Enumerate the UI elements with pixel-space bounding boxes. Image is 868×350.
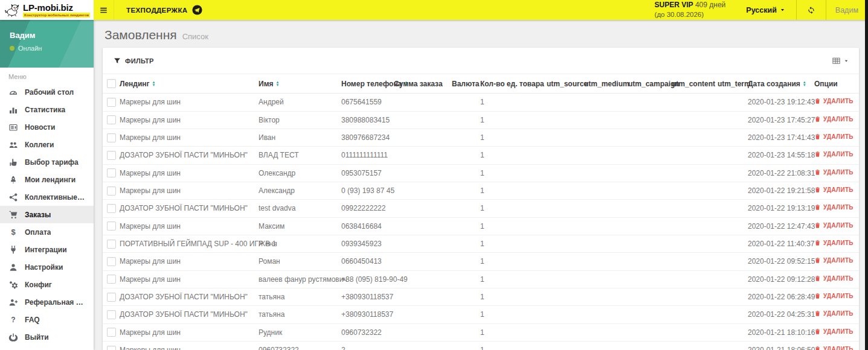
sidebar-item[interactable]: Реферальная программа (0, 293, 94, 311)
row-checkbox[interactable] (107, 98, 116, 107)
row-checkbox[interactable] (107, 293, 116, 302)
delete-button[interactable]: УДАЛИТЬ (814, 257, 854, 264)
delete-button[interactable]: УДАЛИТЬ (814, 98, 854, 104)
cell-utm-medium (584, 253, 628, 270)
cell-utm-source (547, 111, 584, 129)
row-checkbox[interactable] (107, 240, 116, 249)
cell-name: Олександр (259, 164, 341, 182)
delete-button[interactable]: УДАЛИТЬ (814, 310, 854, 317)
cell-sum (394, 217, 452, 235)
sidebar-item-label: Оплата (25, 228, 51, 237)
cell-qty: 1 (480, 323, 547, 341)
sidebar-item-label: Новости (25, 123, 55, 132)
cell-landing: ДОЗАТОР ЗУБНОЇ ПАСТИ "МИНЬОН" (120, 288, 259, 305)
delete-button[interactable]: УДАЛИТЬ (814, 346, 854, 350)
row-checkbox[interactable] (107, 328, 116, 337)
column-header-name[interactable]: Имя▲▼ (259, 74, 341, 94)
row-checkbox[interactable] (107, 115, 116, 124)
sidebar-item-label: Конфиг (25, 281, 52, 289)
refresh-button[interactable] (797, 0, 826, 20)
support-button[interactable]: ТЕХПОДДЕРЖКА (114, 0, 214, 20)
sidebar-item[interactable]: Заказы (0, 206, 94, 223)
page-title: Замовлення (104, 28, 177, 42)
cell-utm-medium (584, 270, 628, 288)
trash-icon (814, 275, 821, 282)
row-checkbox[interactable] (107, 346, 116, 350)
sidebar-item[interactable]: $ Оплата (0, 223, 94, 241)
sidebar-item[interactable]: Статистика (0, 101, 94, 118)
cell-name: Максим (259, 217, 341, 235)
delete-button[interactable]: УДАЛИТЬ (814, 133, 854, 140)
delete-button[interactable]: УДАЛИТЬ (814, 151, 854, 158)
table-row: Маркеры для шин Александр 0 (93) 193 87 … (103, 182, 859, 199)
sidebar-item[interactable]: Коллективные лендинги (0, 188, 94, 206)
row-checkbox[interactable] (107, 221, 116, 231)
row-checkbox[interactable] (107, 257, 116, 266)
row-checkbox[interactable] (107, 151, 116, 160)
delete-button[interactable]: УДАЛИТЬ (814, 328, 854, 335)
cell-sum (394, 111, 452, 129)
row-checkbox[interactable] (107, 275, 116, 284)
sidebar-item-label: Заказы (25, 211, 51, 219)
select-all-checkbox[interactable] (107, 79, 116, 88)
cell-landing: ДОЗАТОР ЗУБНОЇ ПАСТИ "МИНЬОН" (120, 147, 259, 164)
sidebar-item[interactable]: Рабочий стол (0, 83, 94, 101)
delete-button[interactable]: УДАЛИТЬ (814, 293, 854, 299)
delete-button[interactable]: УДАЛИТЬ (814, 204, 854, 211)
topbar-user-menu[interactable]: Вадим (826, 0, 868, 20)
vertical-scrollbar[interactable] (865, 0, 868, 350)
column-header-currency: Валюта (452, 74, 480, 94)
sidebar-item[interactable]: Интеграции (0, 241, 94, 258)
cell-currency (452, 253, 480, 270)
cell-phone: 380988083415 (341, 111, 394, 129)
language-selector[interactable]: Русский (735, 0, 796, 20)
cell-utm-term (718, 182, 748, 199)
cell-landing: Маркеры для шин (120, 253, 259, 270)
main-content: Замовлення Список ФИЛЬТР (94, 20, 868, 350)
cell-created: 2020-01-22 19:13:19 (748, 200, 814, 217)
row-checkbox[interactable] (107, 168, 116, 177)
columns-settings-button[interactable] (832, 56, 849, 65)
cell-options: УДАЛИТЬ (814, 164, 859, 182)
row-checkbox[interactable] (107, 186, 116, 196)
column-header-created[interactable]: Дата создания▲▼ (748, 74, 814, 94)
cell-name: test dvadva (259, 200, 341, 217)
delete-button[interactable]: УДАЛИТЬ (814, 186, 854, 193)
sidebar-item[interactable]: Выбор тарифа (0, 153, 94, 171)
topbar-yellow-area: ТЕХПОДДЕРЖКА SUPER VIP 409 дней (до 30.0… (94, 0, 868, 20)
sidebar-item-label: Выбор тарифа (25, 158, 79, 167)
orders-table: Лендинг▲▼ Имя▲▼ Номер телефона▲▼ Сумма з… (103, 74, 859, 350)
sidebar-item[interactable]: Выйти (0, 328, 94, 346)
cell-phone: 380976687234 (341, 129, 394, 146)
cell-utm-term (718, 253, 748, 270)
column-header-phone[interactable]: Номер телефона▲▼ (341, 74, 394, 94)
delete-button[interactable]: УДАЛИТЬ (814, 169, 854, 176)
cell-landing: Маркеры для шин (120, 182, 259, 199)
sidebar-item[interactable]: Конфиг (0, 276, 94, 293)
sort-icon: ▲▼ (276, 81, 280, 87)
delete-button[interactable]: УДАЛИТЬ (814, 222, 854, 229)
cell-created: 2020-01-22 12:47:43 (748, 217, 814, 235)
cell-utm-medium (584, 235, 628, 252)
trash-icon (814, 204, 821, 211)
cell-utm-term (718, 94, 748, 111)
sidebar-item[interactable]: Коллеги (0, 136, 94, 153)
sidebar-item[interactable]: Мои лендинги (0, 171, 94, 188)
sidebar-toggle-button[interactable] (94, 0, 114, 20)
cell-utm-source (547, 147, 584, 164)
row-checkbox[interactable] (107, 310, 116, 319)
cell-options: УДАЛИТЬ (814, 94, 859, 111)
sidebar-item[interactable]: ? FAQ (0, 311, 94, 328)
delete-button[interactable]: УДАЛИТЬ (814, 275, 854, 282)
delete-button[interactable]: УДАЛИТЬ (814, 116, 854, 122)
delete-button[interactable]: УДАЛИТЬ (814, 240, 854, 246)
plan-days: 409 дней (695, 1, 725, 9)
row-checkbox[interactable] (107, 133, 116, 142)
column-header-landing[interactable]: Лендинг▲▼ (120, 74, 259, 94)
filter-button[interactable]: ФИЛЬТР (114, 57, 154, 65)
sidebar-item[interactable]: Новости (0, 118, 94, 136)
cell-utm-campaign (628, 323, 672, 341)
row-checkbox[interactable] (107, 204, 116, 213)
sidebar-item[interactable]: Настройки (0, 258, 94, 276)
cell-landing: Маркеры для шин (120, 270, 259, 288)
